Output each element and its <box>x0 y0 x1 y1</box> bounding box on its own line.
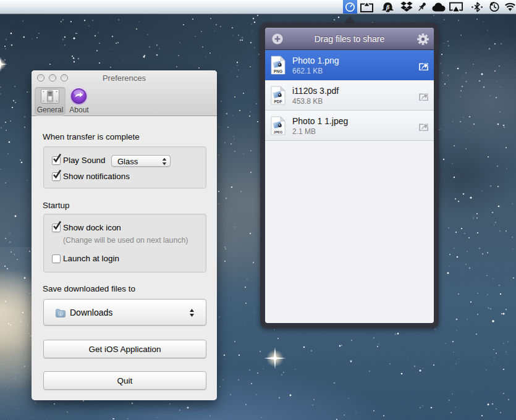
svg-text:JPEG: JPEG <box>274 130 283 134</box>
svg-text:β: β <box>385 3 389 10</box>
svg-text:PNG: PNG <box>274 69 282 74</box>
svg-text:PDF: PDF <box>274 99 282 104</box>
